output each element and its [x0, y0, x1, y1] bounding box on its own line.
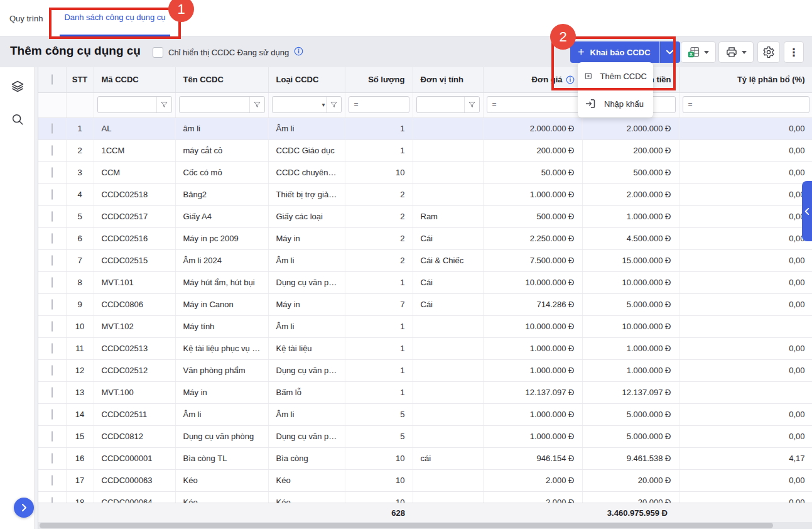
table-row[interactable]: 1ALâm liÂm li12.000.000 Đ2.000.000 Đ0,00	[38, 117, 812, 139]
column-label: Loại CCDC	[276, 75, 319, 84]
table-row[interactable]: 6CCDC02516Máy in pc 2009Máy in2Cái2.250.…	[38, 227, 812, 249]
filter-input-name[interactable]	[179, 96, 265, 113]
chevron-left-icon	[804, 208, 809, 215]
column-header-name[interactable]: Tên CCDC	[175, 67, 268, 92]
cell-unit	[413, 469, 483, 491]
khai-bao-ccdc-dropdown-toggle[interactable]	[659, 41, 680, 63]
row-checkbox[interactable]	[51, 387, 53, 398]
scrollbar-thumb[interactable]	[40, 523, 773, 528]
filter-input-qty[interactable]: =	[349, 96, 409, 113]
table-row[interactable]: 17CCDC000063KéoKéo102.000 Đ20.000 Đ0,00	[38, 469, 812, 491]
cell-stt: 15	[66, 425, 94, 447]
cell-amount: 5.000.000 Đ	[582, 293, 679, 315]
column-header-unit_price[interactable]: Đơn giá	[483, 67, 582, 92]
row-checkbox[interactable]	[51, 365, 53, 376]
column-header-code[interactable]: Mã CCDC	[94, 67, 175, 92]
menu-item-them-ccdc[interactable]: Thêm CCDC	[578, 62, 653, 90]
filter-cell-stt	[66, 92, 94, 117]
column-header-qty[interactable]: Số lượng	[345, 67, 413, 92]
cell-name: Bảng2	[175, 183, 268, 205]
cell-type: Âm li	[268, 117, 345, 139]
table-row[interactable]: 12CCDC02512Văn phòng phẩmDụng cụ văn phò…	[38, 359, 812, 381]
filter-funnel-icon	[330, 101, 338, 109]
tab-danh-sach-ccdc[interactable]: Danh sách công cụ dụng cụ	[60, 0, 170, 36]
cell-type: Máy in	[268, 293, 345, 315]
horizontal-scrollbar[interactable]	[38, 522, 812, 529]
row-checkbox[interactable]	[51, 453, 53, 464]
cell-stt: 11	[66, 337, 94, 359]
cell-code: CCDC0812	[94, 425, 175, 447]
table-row[interactable]: 15CCDC0812Dụng cụ văn phòngDụng cụ văn p…	[38, 425, 812, 447]
table-row[interactable]: 14CCDC02511Âm liÂm li51.000.000 Đ5.000.0…	[38, 403, 812, 425]
khai-bao-ccdc-label: Khai báo CCDC	[590, 48, 651, 57]
table-row[interactable]: 5CCDC02517Giấy A4Giấy các loại2Ram500.00…	[38, 205, 812, 227]
layers-button[interactable]	[9, 79, 26, 95]
select-all-checkbox[interactable]	[51, 74, 53, 85]
row-checkbox[interactable]	[51, 277, 53, 288]
column-header-unit[interactable]: Đơn vị tính	[413, 67, 483, 92]
cell-ratio: 0,00	[679, 469, 812, 491]
khai-bao-ccdc-button[interactable]: + Khai báo CCDC	[570, 41, 659, 63]
row-checkbox[interactable]	[51, 343, 53, 354]
row-checkbox[interactable]	[51, 145, 53, 156]
cell-amount: 12.137.097 Đ	[582, 381, 679, 403]
column-header-ratio[interactable]: Tỷ lệ phân bổ (%)	[679, 67, 812, 92]
filter-input-ratio[interactable]: =	[683, 96, 809, 113]
cell-ratio: 0,00	[679, 227, 812, 249]
cell-unit-price: 2.000.000 Đ	[483, 117, 582, 139]
table-row[interactable]: 16CCDC000001Bìa còng TLBìa còng10cái946.…	[38, 447, 812, 469]
row-checkbox[interactable]	[51, 431, 53, 442]
row-checkbox[interactable]	[51, 211, 53, 222]
row-checkbox[interactable]	[51, 167, 53, 178]
row-checkbox[interactable]	[51, 321, 53, 332]
table-row[interactable]: 13MVT.100Máy inBấm lỗ112.137.097 Đ12.137…	[38, 381, 812, 403]
table-row[interactable]: 7CCDC02515Âm li 2024Âm li2Cái & Chiếc7.5…	[38, 249, 812, 271]
row-checkbox[interactable]	[51, 475, 53, 486]
info-icon[interactable]	[294, 46, 303, 58]
print-button[interactable]	[718, 41, 754, 63]
filter-input-unit[interactable]	[416, 96, 480, 113]
info-icon[interactable]	[566, 75, 575, 84]
filter-input-code[interactable]	[97, 96, 172, 113]
collapse-right-panel-button[interactable]	[802, 181, 812, 241]
table-row[interactable]: 4CCDC02518Bảng2Thiết bị trợ giảng21.000.…	[38, 183, 812, 205]
tab-quy-trinh[interactable]: Quy trình	[9, 0, 43, 36]
column-header-type[interactable]: Loại CCDC	[268, 67, 345, 92]
row-checkbox[interactable]	[51, 189, 53, 200]
column-header-stt[interactable]: STT	[66, 67, 94, 92]
table-row[interactable]: 10MVT.102Máy tínhÂm li110.000.000 Đ10.00…	[38, 315, 812, 337]
equals-operator[interactable]: =	[683, 100, 693, 109]
cell-name: Máy in Canon	[175, 293, 268, 315]
equals-operator[interactable]: =	[487, 100, 497, 109]
expand-panel-button[interactable]	[14, 498, 34, 518]
tab-quy-trinh-label: Quy trình	[9, 14, 43, 23]
filter-cell-unit_price: =	[483, 92, 582, 117]
cell-unit-price: 10.000.000 Đ	[483, 315, 582, 337]
row-checkbox[interactable]	[51, 409, 53, 420]
table-row[interactable]: 3CCMCốc có mỏCCDC chuyên môn1050.000 Đ50…	[38, 161, 812, 183]
cell-ratio: 0,00	[679, 139, 812, 161]
row-checkbox[interactable]	[51, 233, 53, 244]
filter-select-type[interactable]: ▾	[272, 96, 342, 113]
cell-unit-price: 200.000 Đ	[483, 139, 582, 161]
more-options-button[interactable]: ⋮	[784, 41, 804, 63]
table-row[interactable]: 8MVT.101Máy hút ẩm, hút bụiDụng cụ văn p…	[38, 271, 812, 293]
cell-type: Bìa còng	[268, 447, 345, 469]
menu-item-nhap-khau[interactable]: Nhập khẩu	[578, 90, 653, 117]
cell-amount: 5.000.000 Đ	[582, 425, 679, 447]
filter-input-unit_price[interactable]: =	[487, 96, 579, 113]
cell-stt: 7	[66, 249, 94, 271]
row-checkbox[interactable]	[51, 123, 53, 134]
show-used-checkbox[interactable]	[153, 47, 163, 58]
table-row[interactable]: 11CCDC02513Kệ tài liệu phục vụ phò...Kệ …	[38, 337, 812, 359]
table-row[interactable]: 9CCDC0806Máy in CanonMáy in7Cái714.286 Đ…	[38, 293, 812, 315]
filter-cell-select	[38, 92, 66, 117]
cell-amount: 200.000 Đ	[582, 139, 679, 161]
settings-button[interactable]	[757, 41, 780, 63]
search-button[interactable]	[9, 111, 26, 128]
row-checkbox[interactable]	[51, 299, 53, 310]
equals-operator[interactable]: =	[349, 100, 359, 109]
table-row[interactable]: 21CCMmáy cắt cỏCCDC Giáo dục1200.000 Đ20…	[38, 139, 812, 161]
row-checkbox[interactable]	[51, 255, 53, 266]
export-excel-button[interactable]: X	[681, 41, 716, 63]
